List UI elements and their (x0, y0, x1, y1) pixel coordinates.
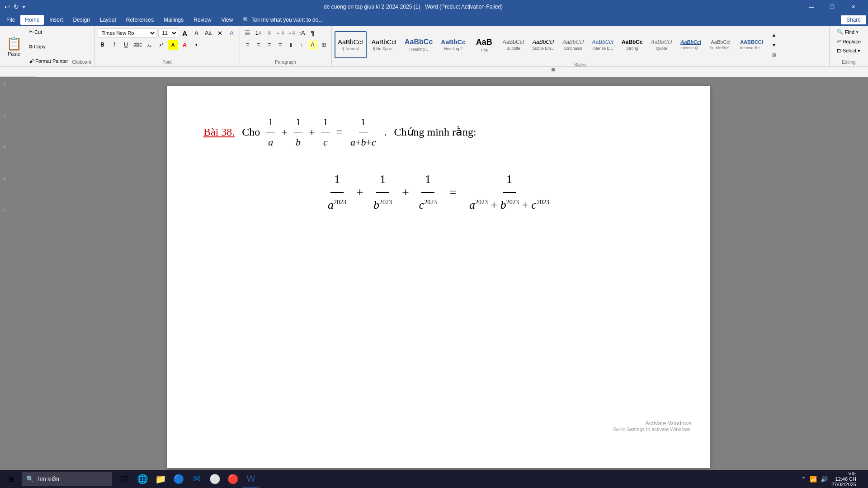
show-hide-btn[interactable]: ¶ (308, 28, 318, 38)
style-heading2[interactable]: AaBbCc Heading 2 (438, 31, 468, 58)
menu-design[interactable]: Design (68, 15, 94, 25)
menu-file[interactable]: File (2, 15, 19, 25)
italic-btn[interactable]: I (109, 40, 119, 50)
menu-insert[interactable]: Insert (45, 15, 67, 25)
activate-watermark: Activate Windows Go to Settings to activ… (613, 420, 692, 432)
minimize-btn[interactable]: — (801, 0, 822, 14)
borders-btn[interactable]: ⊞ (319, 40, 329, 50)
find-icon: 🔍 (837, 29, 843, 35)
style-no-spacing[interactable]: AaBbCcI ¶ No Spac... (368, 31, 400, 58)
menu-mailings[interactable]: Mailings (159, 15, 188, 25)
restore-btn[interactable]: ❐ (822, 0, 843, 14)
share-button[interactable]: Share (841, 15, 866, 24)
columns-btn[interactable]: ⫿ (286, 40, 296, 50)
sort-btn[interactable]: ↕A (297, 28, 307, 38)
fraction-a2023: 1 a2023 (324, 169, 350, 216)
styles-expand[interactable]: ⊞ (769, 50, 779, 60)
replace-button[interactable]: ⇌ Replace (834, 38, 863, 45)
edge-btn[interactable]: 🌐 (134, 470, 151, 488)
taskview-btn[interactable]: ⊡ (116, 470, 133, 488)
style-intense-em[interactable]: AaBbCcI Intense E... (589, 31, 617, 58)
find-button[interactable]: 🔍 Find ▾ (834, 28, 863, 36)
decrease-indent-btn[interactable]: ←≡ (275, 28, 285, 38)
font-label: Font (98, 59, 237, 65)
fraction-1a: 1 a (266, 113, 275, 151)
menu-home[interactable]: Home (20, 15, 44, 25)
style-subtle-em[interactable]: AaBbCcI Subtle Em... (529, 31, 557, 58)
style-emphasis[interactable]: AaBbCcI Emphasis (559, 31, 587, 58)
document-container: 2 3 4 5 6 Bài 38. Cho 1 a + (0, 77, 868, 477)
mail-btn[interactable]: ✉ (188, 470, 205, 488)
multilevel-list-btn[interactable]: ≡ (264, 28, 274, 38)
close-btn[interactable]: ✕ (843, 0, 863, 14)
menu-view[interactable]: View (217, 15, 238, 25)
font-size-select[interactable]: 11 (158, 28, 178, 38)
highlight-color-btn[interactable]: A (168, 40, 178, 50)
font-grow-btn[interactable]: A (180, 28, 190, 38)
start-button[interactable]: ⊞ (3, 470, 20, 488)
undo-btn[interactable]: ↩ (5, 3, 10, 10)
font-color-btn[interactable]: A (180, 40, 190, 50)
clock[interactable]: VIE 12:46 CH 27/02/2025 (831, 471, 856, 487)
subscript-btn[interactable]: x₂ (145, 40, 155, 50)
taskbar-search[interactable]: 🔍 Tìm kiếm (22, 472, 112, 486)
select-button[interactable]: ⊡ Select ▾ (834, 47, 863, 55)
cut-icon: ✂ (29, 29, 33, 35)
font-shrink-btn[interactable]: A (192, 28, 202, 38)
menu-layout[interactable]: Layout (95, 15, 121, 25)
bullets-btn[interactable]: ☰ (243, 28, 253, 38)
line-spacing-btn[interactable]: ↕ (297, 40, 307, 50)
superscript-btn[interactable]: x² (156, 40, 166, 50)
chrome-btn[interactable]: ⚪ (206, 470, 223, 488)
format-painter-button[interactable]: 🖌 Format Painter (27, 57, 70, 65)
underline-btn[interactable]: U (121, 40, 131, 50)
clear-formatting-btn[interactable]: ✕ (215, 28, 225, 38)
shading-btn[interactable]: A (308, 40, 318, 50)
paste-button[interactable]: 📋 Paste (3, 28, 25, 65)
style-intense-ref[interactable]: AaBbCcI Intense Re... (737, 31, 766, 58)
style-subtle-ref[interactable]: AaBbCcI Subtle Ref... (706, 31, 735, 58)
cut-button[interactable]: ✂ Cut (27, 28, 70, 36)
style-normal[interactable]: AaBbCcI ¶ Normal (335, 31, 367, 58)
bold-btn[interactable]: B (98, 40, 108, 50)
increase-indent-btn[interactable]: →≡ (286, 28, 296, 38)
style-heading1[interactable]: AaBbCc Heading 1 (401, 31, 436, 58)
style-quote[interactable]: AaBbCcI Quote (648, 31, 675, 58)
copy-button[interactable]: ⧉ Copy (27, 43, 70, 51)
style-subtitle[interactable]: AaBbCcI Subtitle (500, 31, 527, 58)
browser2-btn[interactable]: 🔵 (170, 470, 187, 488)
menu-references[interactable]: References (122, 15, 158, 25)
prove-text: Chứng minh rằng: (394, 122, 476, 142)
style-strong[interactable]: AaBbCc Strong (618, 31, 646, 58)
text-effects-btn[interactable]: A (227, 28, 237, 38)
window-controls[interactable]: — ❐ ✕ (801, 0, 863, 14)
tell-me[interactable]: 🔍 Tell me what you want to do... (238, 15, 327, 25)
paste-icon: 📋 (6, 36, 22, 51)
document-scroll[interactable]: Bài 38. Cho 1 a + 1 b + (9, 77, 868, 477)
app-btn2[interactable]: 🔴 (224, 470, 241, 488)
strikethrough-btn[interactable]: abc (133, 40, 143, 50)
font-name-select[interactable]: Times New Ro (98, 28, 156, 38)
justify-btn[interactable]: ≡ (275, 40, 285, 50)
change-case-btn[interactable]: Aa (203, 28, 213, 38)
watermark-line2: Go to Settings to activate Windows. (613, 427, 692, 432)
align-center-btn[interactable]: ≡ (254, 40, 264, 50)
menu-review[interactable]: Review (189, 15, 216, 25)
styles-scroll-down[interactable]: ▼ (769, 40, 779, 50)
redo-btn[interactable]: ↻ (14, 3, 19, 10)
word-btn[interactable]: W (242, 470, 259, 488)
explorer-btn[interactable]: 📁 (152, 470, 169, 488)
taskbar-right: ⌃ 📶 🔊 VIE 12:46 CH 27/02/2025 (801, 471, 865, 487)
numbering-btn[interactable]: 1≡ (254, 28, 264, 38)
align-left-btn[interactable]: ≡ (243, 40, 253, 50)
align-right-btn[interactable]: ≡ (264, 40, 274, 50)
system-icons[interactable]: ⌃ (801, 476, 806, 483)
styles-scroll-up[interactable]: ▲ (769, 30, 779, 40)
style-title[interactable]: AaB Title (471, 31, 498, 58)
paragraph-label: Paragraph (243, 59, 329, 65)
volume-icon[interactable]: 🔊 (821, 476, 828, 483)
style-intense-quote[interactable]: AaBbCcI Intense Q... (677, 31, 705, 58)
font-color-arrow[interactable]: ▾ (192, 40, 202, 50)
proof-line: 1 a2023 + 1 b2023 + 1 c2023 = (203, 169, 674, 216)
network-icon[interactable]: 📶 (810, 476, 817, 483)
